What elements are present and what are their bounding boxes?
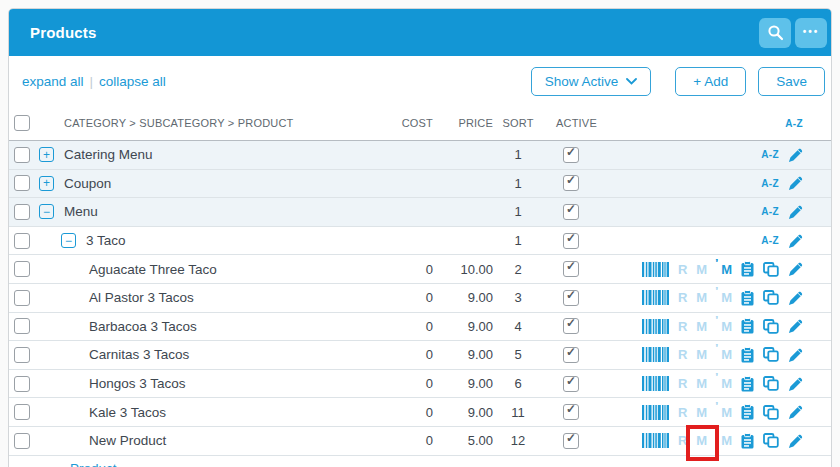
active-checkbox[interactable] <box>563 233 579 249</box>
expand-all-link[interactable]: expand all <box>22 74 84 89</box>
active-checkbox[interactable] <box>563 347 579 363</box>
barcode-icon[interactable] <box>642 405 669 420</box>
recipe-icon[interactable]: R <box>678 434 687 447</box>
m-icon[interactable]: M <box>696 377 707 390</box>
edit-icon[interactable] <box>788 204 804 220</box>
row-checkbox[interactable] <box>14 175 30 191</box>
row-checkbox[interactable] <box>14 204 30 220</box>
clipboard-icon[interactable] <box>741 318 754 334</box>
search-button[interactable] <box>759 18 791 48</box>
barcode-icon[interactable] <box>642 376 669 391</box>
clipboard-icon[interactable] <box>741 404 754 420</box>
clipboard-icon[interactable] <box>741 290 754 306</box>
barcode-icon[interactable] <box>642 347 669 362</box>
duplicate-icon[interactable] <box>763 376 779 391</box>
expand-icon[interactable]: + <box>39 176 54 191</box>
active-checkbox[interactable] <box>563 433 579 449</box>
select-all-checkbox[interactable] <box>14 115 30 131</box>
more-options-button[interactable]: ••• <box>795 18 827 48</box>
barcode-icon[interactable] <box>642 262 669 277</box>
recipe-icon[interactable]: R <box>678 263 687 276</box>
row-actions: RMM <box>623 370 831 398</box>
edit-icon[interactable] <box>788 347 804 363</box>
edit-icon[interactable] <box>788 261 804 277</box>
edit-icon[interactable] <box>788 147 804 163</box>
sort-value: 6 <box>493 376 543 391</box>
cost-value: 0 <box>369 376 433 391</box>
m-icon[interactable]: M <box>696 263 707 276</box>
row-checkbox[interactable] <box>14 147 30 163</box>
edit-icon[interactable] <box>788 318 804 334</box>
row-checkbox[interactable] <box>14 433 30 449</box>
recipe-icon[interactable]: R <box>678 406 687 419</box>
recipe-icon[interactable]: R <box>678 320 687 333</box>
modifiers-icon[interactable]: M <box>716 263 732 276</box>
edit-icon[interactable] <box>788 433 804 449</box>
duplicate-icon[interactable] <box>763 405 779 420</box>
partial-row-link[interactable]: Product <box>70 456 117 467</box>
edit-icon[interactable] <box>788 175 804 191</box>
sort-az-button[interactable]: A-Z <box>761 149 779 160</box>
recipe-icon[interactable]: R <box>678 348 687 361</box>
clipboard-icon[interactable] <box>741 433 754 449</box>
edit-icon[interactable] <box>788 233 804 249</box>
row-checkbox[interactable] <box>14 290 30 306</box>
active-checkbox[interactable] <box>563 318 579 334</box>
active-checkbox[interactable] <box>563 147 579 163</box>
row-name: Al Pastor 3 Tacos <box>89 290 194 305</box>
collapse-icon[interactable]: − <box>61 233 76 248</box>
m-icon[interactable]: M <box>696 434 707 447</box>
sort-az-button[interactable]: A-Z <box>761 178 779 189</box>
edit-icon[interactable] <box>788 376 804 392</box>
row-checkbox[interactable] <box>14 318 30 334</box>
table-row: Carnitas 3 Tacos09.005RMM <box>9 341 831 370</box>
name-cell: Barbacoa 3 Tacos <box>39 313 369 341</box>
edit-icon[interactable] <box>788 290 804 306</box>
m-icon[interactable]: M <box>696 320 707 333</box>
edit-icon[interactable] <box>788 404 804 420</box>
row-checkbox[interactable] <box>14 404 30 420</box>
row-checkbox[interactable] <box>14 233 30 249</box>
active-checkbox[interactable] <box>563 204 579 220</box>
m-icon-wrap: M <box>696 377 707 390</box>
add-button[interactable]: + Add <box>675 67 746 96</box>
sort-az-button[interactable]: A-Z <box>761 206 779 217</box>
expand-icon[interactable]: + <box>39 147 54 162</box>
clipboard-icon[interactable] <box>741 376 754 392</box>
clipboard-icon[interactable] <box>741 261 754 277</box>
duplicate-icon[interactable] <box>763 290 779 305</box>
collapse-icon[interactable]: − <box>39 204 54 219</box>
active-checkbox[interactable] <box>563 404 579 420</box>
duplicate-icon[interactable] <box>763 262 779 277</box>
recipe-icon[interactable]: R <box>678 377 687 390</box>
modifiers-icon[interactable]: M <box>716 320 732 333</box>
duplicate-icon[interactable] <box>763 347 779 362</box>
collapse-all-link[interactable]: collapse all <box>99 74 166 89</box>
modifiers-icon[interactable]: M <box>716 434 732 447</box>
modifiers-icon[interactable]: M <box>716 377 732 390</box>
clipboard-icon[interactable] <box>741 347 754 363</box>
active-checkbox[interactable] <box>563 175 579 191</box>
barcode-icon[interactable] <box>642 290 669 305</box>
sort-az-button[interactable]: A-Z <box>761 235 779 246</box>
m-icon[interactable]: M <box>696 406 707 419</box>
row-checkbox[interactable] <box>14 376 30 392</box>
modifiers-icon[interactable]: M <box>716 406 732 419</box>
barcode-icon[interactable] <box>642 319 669 334</box>
m-icon[interactable]: M <box>696 348 707 361</box>
active-checkbox[interactable] <box>563 376 579 392</box>
show-active-dropdown[interactable]: Show Active <box>531 67 652 96</box>
row-checkbox[interactable] <box>14 261 30 277</box>
row-checkbox[interactable] <box>14 347 30 363</box>
active-checkbox[interactable] <box>563 290 579 306</box>
duplicate-icon[interactable] <box>763 433 779 448</box>
active-checkbox[interactable] <box>563 261 579 277</box>
recipe-icon[interactable]: R <box>678 291 687 304</box>
modifiers-icon[interactable]: M <box>716 291 732 304</box>
name-cell: −3 Taco <box>39 227 369 255</box>
m-icon[interactable]: M <box>696 291 707 304</box>
duplicate-icon[interactable] <box>763 319 779 334</box>
modifiers-icon[interactable]: M <box>716 348 732 361</box>
save-button[interactable]: Save <box>758 67 825 96</box>
barcode-icon[interactable] <box>642 433 669 448</box>
